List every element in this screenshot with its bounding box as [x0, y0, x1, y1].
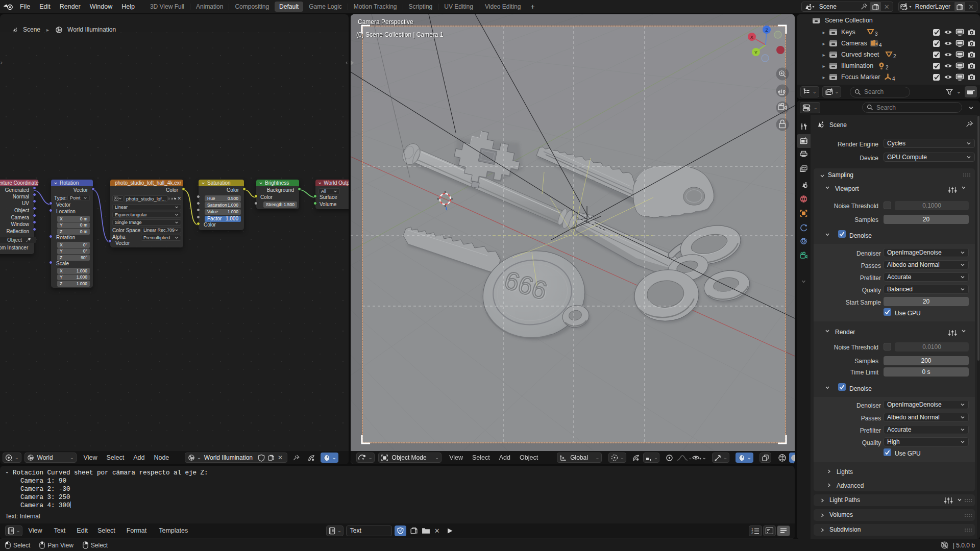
svg-text:Y: Y: [754, 50, 757, 55]
svg-text:X: X: [750, 35, 753, 40]
svg-text:(0) Scene Collection | Camera: (0) Scene Collection | Camera 1: [356, 31, 444, 38]
svg-text:Camera Perspective: Camera Perspective: [358, 18, 413, 26]
svg-text:2: 2: [751, 531, 753, 534]
svg-text:Z: Z: [765, 28, 768, 33]
